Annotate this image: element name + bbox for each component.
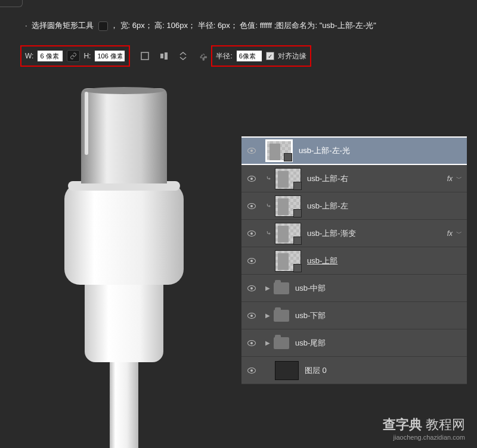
gear-icon[interactable] xyxy=(198,51,207,61)
eye-icon xyxy=(247,258,256,264)
layer-thumbnail xyxy=(275,195,301,217)
layer-row[interactable]: ⤷usb-上部-左 xyxy=(241,192,467,220)
rounded-rect-tool-icon xyxy=(98,21,108,31)
radius-label: 半径: xyxy=(216,51,232,61)
layer-name-label[interactable]: usb-上部 xyxy=(307,256,467,266)
layer-thumbnail xyxy=(275,361,299,380)
height-label: H: xyxy=(83,52,91,60)
eye-icon xyxy=(247,340,256,346)
options-bar: W: H: 半径: ✓ 对齐边缘 xyxy=(20,44,311,68)
height-input[interactable] xyxy=(94,50,125,62)
visibility-toggle[interactable] xyxy=(241,368,262,374)
path-ops-icon[interactable] xyxy=(140,51,150,61)
visibility-toggle[interactable] xyxy=(241,285,262,291)
visibility-toggle[interactable] xyxy=(241,231,262,237)
fx-badge[interactable]: fx xyxy=(447,175,453,183)
layers-panel: usb-上部-左-光⤷usb-上部-右fx﹀⤷usb-上部-左⤷usb-上部-渐… xyxy=(241,136,467,385)
expand-arrow-icon[interactable]: ▶ xyxy=(265,285,270,291)
layer-row[interactable]: usb-上部 xyxy=(241,247,467,275)
layer-thumbnail xyxy=(265,139,293,162)
eye-icon xyxy=(247,313,256,319)
radius-input[interactable] xyxy=(236,50,262,62)
layer-name-label[interactable]: usb-中部 xyxy=(295,283,467,294)
folder-icon xyxy=(274,337,289,349)
layer-name-label[interactable]: usb-上部-左 xyxy=(307,201,467,211)
width-input[interactable] xyxy=(37,50,63,62)
eye-icon xyxy=(247,368,256,374)
layer-thumbnail xyxy=(275,223,301,244)
layer-name-label[interactable]: usb-尾部 xyxy=(295,338,467,349)
usb-up-shape xyxy=(81,88,167,183)
highlight-size-box: W: H: xyxy=(20,45,130,67)
layer-row[interactable]: ▶usb-尾部 xyxy=(241,329,467,357)
usb-left-light-shape xyxy=(85,92,88,155)
fx-caret-icon[interactable]: ﹀ xyxy=(456,229,462,238)
folder-icon xyxy=(274,282,289,294)
layer-row[interactable]: usb-上部-左-光 xyxy=(241,136,467,165)
layer-row[interactable]: ⤷usb-上部-渐变fx﹀ xyxy=(241,220,467,247)
eye-icon xyxy=(247,176,256,182)
layer-thumbnail xyxy=(275,250,301,272)
svg-rect-0 xyxy=(141,52,148,60)
layer-name-label[interactable]: usb-上部-渐变 xyxy=(307,228,447,239)
clip-indicator-icon: ⤷ xyxy=(262,229,275,237)
usb-mid-shape xyxy=(64,183,184,285)
align-edges-label: 对齐边缘 xyxy=(278,51,306,61)
highlight-radius-box: 半径: ✓ 对齐边缘 xyxy=(211,45,311,67)
usb-up-top-shape xyxy=(83,87,165,94)
svg-rect-2 xyxy=(165,52,168,60)
layer-row[interactable]: ▶usb-中部 xyxy=(241,275,467,302)
layer-name-label[interactable]: usb-上部-左-光 xyxy=(299,145,467,156)
clip-indicator-icon: ⤷ xyxy=(262,175,275,182)
visibility-toggle[interactable] xyxy=(241,203,262,209)
usb-tail-shape xyxy=(110,356,138,448)
layer-row[interactable]: ▶usb-下部 xyxy=(241,302,467,329)
instruction-text: · 选择圆角矩形工具 ， 宽: 6px； 高: 106px； 半径: 6px； … xyxy=(25,20,376,31)
expand-arrow-icon[interactable]: ▶ xyxy=(265,312,270,319)
link-wh-icon[interactable] xyxy=(67,50,80,62)
layer-row[interactable]: ⤷usb-上部-右fx﹀ xyxy=(241,165,467,192)
eye-icon xyxy=(247,203,256,209)
eye-icon xyxy=(247,231,256,237)
visibility-toggle[interactable] xyxy=(241,258,262,264)
expand-arrow-icon[interactable]: ▶ xyxy=(265,340,270,346)
visibility-toggle[interactable] xyxy=(241,176,262,182)
layer-row[interactable]: 图层 0 xyxy=(241,357,467,384)
svg-rect-1 xyxy=(160,54,163,58)
layer-name-label[interactable]: usb-上部-右 xyxy=(307,173,447,184)
layer-name-label[interactable]: usb-下部 xyxy=(295,310,467,321)
eye-icon xyxy=(247,285,256,291)
width-label: W: xyxy=(25,52,33,60)
layer-name-label[interactable]: 图层 0 xyxy=(305,365,467,376)
align-icon[interactable] xyxy=(159,51,169,61)
visibility-toggle[interactable] xyxy=(241,340,262,346)
canvas-area xyxy=(17,76,231,410)
watermark: 查字典 教程网 jiaocheng.chazidian.com xyxy=(383,416,465,441)
arrange-icon[interactable] xyxy=(178,51,188,61)
fx-caret-icon[interactable]: ﹀ xyxy=(456,175,462,183)
clip-indicator-icon: ⤷ xyxy=(262,202,275,210)
align-edges-checkbox[interactable]: ✓ xyxy=(266,52,274,60)
fx-badge[interactable]: fx xyxy=(447,229,453,238)
visibility-toggle[interactable] xyxy=(241,313,262,319)
layer-thumbnail xyxy=(275,168,301,189)
folder-icon xyxy=(274,310,289,322)
visibility-toggle[interactable] xyxy=(241,148,262,154)
eye-icon xyxy=(247,148,256,154)
